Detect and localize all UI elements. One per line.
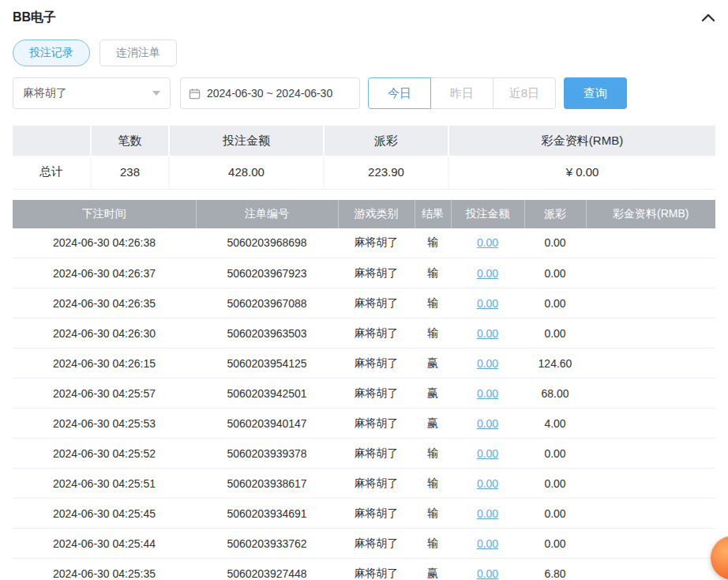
quick-range-group: 今日 昨日 近8日 [368,77,556,109]
bet-amount-link[interactable]: 0.00 [477,236,498,249]
bet-amount-cell: 0.00 [451,288,524,318]
result-cell: 赢 [415,559,451,580]
summary-total-payout: 223.90 [324,156,448,189]
result-cell: 赢 [415,348,451,379]
table-row: 2024-06-30 04:26:35 5060203967088 麻将胡了 输… [13,288,715,318]
jackpot-cell [586,469,715,499]
payout-cell: 0.00 [524,499,586,529]
table-row: 2024-06-30 04:26:15 5060203954125 麻将胡了 赢… [13,348,715,379]
payout-cell: 0.00 [524,318,586,348]
summary-header-row: 笔数 投注金额 派彩 彩金资料(RMB) [13,126,715,156]
bet-amount-cell: 0.00 [451,439,524,469]
result-cell: 输 [415,499,451,529]
bet-time-cell: 2024-06-30 04:25:57 [13,379,196,409]
payout-cell: 0.00 [524,258,586,288]
search-button[interactable]: 查询 [564,77,627,109]
quick-today-button[interactable]: 今日 [368,77,431,109]
result-cell: 输 [415,529,451,559]
bet-amount-cell: 0.00 [451,228,524,258]
summary-col-jackpot: 彩金资料(RMB) [448,126,715,156]
col-game-category: 游戏类别 [338,200,415,228]
game-category-cell: 麻将胡了 [338,258,415,288]
records-body: 2024-06-30 04:26:38 5060203968698 麻将胡了 输… [13,228,715,580]
payout-cell: 124.60 [524,348,586,379]
bet-amount-cell: 0.00 [451,379,524,409]
payout-cell: 68.00 [524,379,586,409]
bet-time-cell: 2024-06-30 04:25:53 [13,409,196,439]
bet-amount-cell: 0.00 [451,499,524,529]
game-category-cell: 麻将胡了 [338,288,415,318]
bet-amount-link[interactable]: 0.00 [477,387,498,400]
payout-cell: 6.80 [524,559,586,580]
chevron-up-icon[interactable] [701,13,715,22]
table-row: 2024-06-30 04:25:35 5060203927448 麻将胡了 赢… [13,559,715,580]
bet-time-cell: 2024-06-30 04:25:45 [13,499,196,529]
order-number-cell: 5060203968698 [196,228,338,258]
bet-time-cell: 2024-06-30 04:25:44 [13,529,196,559]
order-number-cell: 5060203927448 [196,559,338,580]
game-category-cell: 麻将胡了 [338,379,415,409]
calendar-icon [189,88,201,100]
bet-time-cell: 2024-06-30 04:26:30 [13,318,196,348]
summary-total-label: 总计 [13,156,91,189]
order-number-cell: 5060203942501 [196,379,338,409]
summary-total-jackpot: ¥ 0.00 [448,156,715,189]
table-row: 2024-06-30 04:25:45 5060203934691 麻将胡了 输… [13,499,715,529]
bet-amount-cell: 0.00 [451,409,524,439]
payout-cell: 0.00 [524,288,586,318]
bet-amount-link[interactable]: 0.00 [477,447,498,460]
result-cell: 输 [415,439,451,469]
bet-amount-link[interactable]: 0.00 [477,507,498,520]
game-category-cell: 麻将胡了 [338,469,415,499]
bet-amount-link[interactable]: 0.00 [477,297,498,310]
result-cell: 输 [415,258,451,288]
bet-time-cell: 2024-06-30 04:26:35 [13,288,196,318]
tab-bet-records[interactable]: 投注记录 [13,40,90,66]
summary-col-blank [13,126,91,156]
date-range-value: 2024-06-30 ~ 2024-06-30 [207,87,332,100]
date-range-input[interactable]: 2024-06-30 ~ 2024-06-30 [180,77,360,109]
jackpot-cell [586,228,715,258]
bet-amount-link[interactable]: 0.00 [477,477,498,490]
order-number-cell: 5060203954125 [196,348,338,379]
result-cell: 输 [415,469,451,499]
bet-time-cell: 2024-06-30 04:25:52 [13,439,196,469]
game-category-cell: 麻将胡了 [338,228,415,258]
order-number-cell: 5060203967088 [196,288,338,318]
jackpot-cell [586,499,715,529]
payout-cell: 0.00 [524,439,586,469]
table-row: 2024-06-30 04:26:30 5060203963503 麻将胡了 输… [13,318,715,348]
jackpot-cell [586,409,715,439]
bet-amount-link[interactable]: 0.00 [477,267,498,280]
quick-last8days-button[interactable]: 近8日 [493,77,556,109]
records-header-row: 下注时间 注单编号 游戏类别 结果 投注金额 派彩 彩金资料(RMB) [13,200,715,228]
summary-col-count: 笔数 [91,126,169,156]
page: BB电子 投注记录 连消注单 麻将胡了 2024-06-30 ~ 2024-06… [0,0,728,580]
summary-col-payout: 派彩 [324,126,448,156]
bet-amount-link[interactable]: 0.00 [477,327,498,340]
col-bet-time: 下注时间 [13,200,196,228]
tab-cancelled-orders[interactable]: 连消注单 [99,40,177,66]
game-select[interactable]: 麻将胡了 [13,77,171,109]
bet-amount-link[interactable]: 0.00 [477,537,498,550]
col-result: 结果 [415,200,451,228]
quick-yesterday-button[interactable]: 昨日 [430,77,493,109]
order-number-cell: 5060203939378 [196,439,338,469]
order-number-cell: 5060203938617 [196,469,338,499]
result-cell: 输 [415,288,451,318]
records-table: 下注时间 注单编号 游戏类别 结果 投注金额 派彩 彩金资料(RMB) 2024… [13,200,715,580]
bet-amount-link[interactable]: 0.00 [477,357,498,370]
game-category-cell: 麻将胡了 [338,559,415,580]
filter-bar: 麻将胡了 2024-06-30 ~ 2024-06-30 今日 昨日 近8日 查… [13,77,715,109]
bet-time-cell: 2024-06-30 04:26:37 [13,258,196,288]
bet-amount-link[interactable]: 0.00 [477,417,498,430]
bet-amount-link[interactable]: 0.00 [477,567,498,580]
bet-amount-cell: 0.00 [451,469,524,499]
table-row: 2024-06-30 04:25:51 5060203938617 麻将胡了 输… [13,469,715,499]
game-category-cell: 麻将胡了 [338,318,415,348]
result-cell: 输 [415,318,451,348]
result-cell: 输 [415,228,451,258]
tab-bar: 投注记录 连消注单 [13,40,715,66]
game-select-value: 麻将胡了 [23,86,67,100]
table-row: 2024-06-30 04:26:38 5060203968698 麻将胡了 输… [13,228,715,258]
